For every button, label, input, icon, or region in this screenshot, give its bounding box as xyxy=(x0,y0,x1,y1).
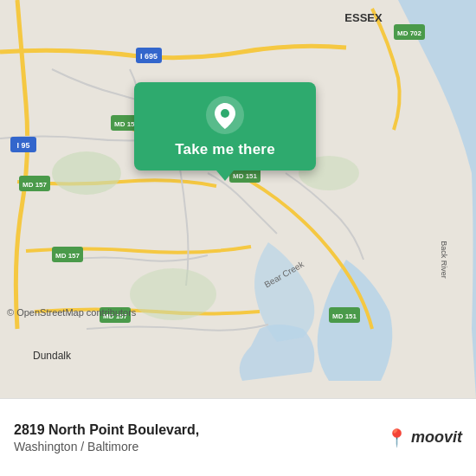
copyright-text: © OpenStreetMap contributors xyxy=(7,307,136,318)
take-me-there-label: Take me there xyxy=(175,141,275,158)
location-pin-icon xyxy=(206,96,244,134)
map-background: I 695 I 95 MD 151 MD 151 MD 151 MD 157 M… xyxy=(0,0,476,398)
svg-text:Back River: Back River xyxy=(440,241,448,279)
bottom-info-bar: 2819 North Point Boulevard, Washington /… xyxy=(0,398,476,476)
address-line: 2819 North Point Boulevard, xyxy=(14,422,379,438)
svg-text:ESSEX: ESSEX xyxy=(344,11,383,24)
moovit-logo: 📍 moovit xyxy=(386,428,462,448)
moovit-brand-label: moovit xyxy=(411,428,462,447)
svg-text:Dundalk: Dundalk xyxy=(33,350,72,362)
moovit-brand-pin-icon: 📍 xyxy=(386,428,408,448)
svg-rect-0 xyxy=(0,0,476,398)
svg-text:MD 157: MD 157 xyxy=(23,181,48,189)
svg-text:I 95: I 95 xyxy=(16,141,29,150)
address-section: 2819 North Point Boulevard, Washington /… xyxy=(14,422,379,453)
svg-text:MD 702: MD 702 xyxy=(397,29,422,37)
app-container: I 695 I 95 MD 151 MD 151 MD 151 MD 157 M… xyxy=(0,0,476,476)
svg-text:MD 151: MD 151 xyxy=(233,172,258,180)
svg-point-2 xyxy=(130,268,216,320)
take-me-there-card[interactable]: Take me there xyxy=(134,82,316,170)
svg-point-1 xyxy=(52,151,121,195)
map-area: I 695 I 95 MD 151 MD 151 MD 151 MD 157 M… xyxy=(0,0,476,398)
svg-text:MD 151: MD 151 xyxy=(332,312,357,320)
city-line: Washington / Baltimore xyxy=(14,440,379,453)
svg-text:MD 157: MD 157 xyxy=(55,252,80,260)
svg-text:I 695: I 695 xyxy=(140,52,158,61)
svg-point-27 xyxy=(221,109,229,118)
